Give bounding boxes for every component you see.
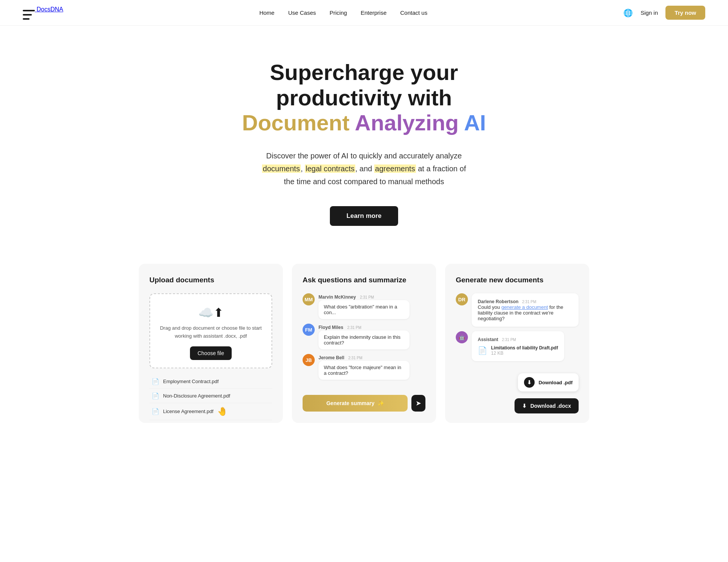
highlight-documents: documents bbox=[262, 164, 301, 173]
doc-pdf-icon: 📄 bbox=[478, 346, 487, 355]
upload-area[interactable]: ☁️⬆ Drag and drop document or choose fil… bbox=[149, 293, 272, 368]
generate-summary-label: Generate summary bbox=[326, 400, 375, 406]
file-name-2: Non-Disclosure Agreement.pdf bbox=[163, 393, 230, 399]
hero-title-ai: AI bbox=[464, 110, 486, 135]
upload-card-title: Upload documents bbox=[149, 276, 272, 284]
avatar-assistant: 🤖 bbox=[456, 331, 468, 343]
download-docx-label: Download .docx bbox=[530, 403, 571, 409]
gen-link[interactable]: generate a document bbox=[501, 304, 548, 310]
hero-subtitle: Discover the power of AI to quickly and … bbox=[231, 149, 497, 188]
sparkle-icon: ✨ bbox=[378, 400, 384, 406]
doc-size: 12 KB bbox=[491, 351, 558, 356]
features-section: Upload documents ☁️⬆ Drag and drop docum… bbox=[0, 249, 728, 453]
hero-title-line1: Supercharge your productivity with bbox=[270, 60, 458, 110]
nav-right: 🌐 Sign in Try now bbox=[623, 6, 705, 20]
highlight-agreements: agreements bbox=[374, 164, 416, 173]
generate-card: Generate new documents DR Darlene Robert… bbox=[445, 264, 589, 423]
file-list: 📄 Employment Contract.pdf 📄 Non-Disclosu… bbox=[149, 374, 272, 420]
nav-link-use-cases[interactable]: Use Cases bbox=[288, 9, 316, 16]
chat-area: MM Marvin McKinney 2:31 PM What does "ar… bbox=[303, 293, 425, 412]
gen-assistant-message: 🤖 Assistant 2:31 PM 📄 Limitations of lia… bbox=[456, 331, 579, 361]
send-icon: ➤ bbox=[416, 399, 421, 407]
highlight-legal-contracts: legal contracts bbox=[305, 164, 355, 173]
nav-links: Home Use Cases Pricing Enterprise Contac… bbox=[259, 9, 427, 16]
download-pdf-floating: ⬇ Download .pdf bbox=[518, 373, 579, 391]
avatar-marvin: MM bbox=[303, 293, 315, 305]
gen-user-name: Darlene Robertson bbox=[478, 299, 518, 304]
trynow-button[interactable]: Try now bbox=[665, 6, 705, 20]
nav-link-contact[interactable]: Contact us bbox=[400, 9, 428, 16]
pdf-icon-2: 📄 bbox=[152, 392, 159, 399]
pdf-icon-3: 📄 bbox=[152, 408, 159, 415]
nav-link-pricing[interactable]: Pricing bbox=[329, 9, 347, 16]
send-button[interactable]: ➤ bbox=[411, 395, 425, 412]
chat-message-1: MM Marvin McKinney 2:31 PM What does "ar… bbox=[303, 293, 425, 319]
doc-attachment: 📄 Limitations of liability Draft.pdf 12 … bbox=[478, 345, 558, 356]
chat-time-marvin: 2:31 PM bbox=[360, 295, 374, 299]
gen-assistant-name: Assistant bbox=[478, 337, 498, 342]
file-name-1: Employment Contract.pdf bbox=[163, 379, 219, 384]
gen-user-time: 2:31 PM bbox=[522, 300, 536, 304]
chat-bubble-marvin: What does "arbitration" mean in a con... bbox=[318, 300, 410, 319]
logo-icon bbox=[23, 10, 35, 20]
pdf-icon-1: 📄 bbox=[152, 378, 159, 385]
chat-message-3: JB Jerome Bell 2:31 PM What does "force … bbox=[303, 354, 425, 380]
chat-time-jerome: 2:31 PM bbox=[348, 356, 362, 360]
signin-button[interactable]: Sign in bbox=[640, 9, 658, 16]
gen-user-msg-before: Could you bbox=[478, 304, 501, 310]
ask-card: Ask questions and summarize MM Marvin Mc… bbox=[292, 264, 436, 423]
logo-text: DocsDNA bbox=[36, 6, 63, 13]
upload-icon: ☁️⬆ bbox=[158, 305, 264, 320]
download-docx-icon: ⬇ bbox=[522, 403, 527, 409]
hero-title-analyzing: Analyzing bbox=[355, 110, 459, 135]
navbar: DocsDNA Home Use Cases Pricing Enterpris… bbox=[0, 0, 728, 26]
chat-time-floyd: 2:31 PM bbox=[347, 326, 361, 330]
download-pdf-label: Download .pdf bbox=[538, 380, 573, 385]
chat-bubble-jerome: What does "force majeure" mean in a cont… bbox=[318, 361, 410, 380]
avatar-jerome: JB bbox=[303, 354, 315, 366]
chat-name-floyd: Floyd Miles bbox=[318, 325, 343, 330]
ask-card-title: Ask questions and summarize bbox=[303, 276, 425, 284]
download-docx-button[interactable]: ⬇ Download .docx bbox=[515, 398, 579, 413]
language-button[interactable]: 🌐 bbox=[623, 8, 633, 17]
chat-name-marvin: Marvin McKinney bbox=[318, 294, 356, 300]
choose-file-button[interactable]: Choose file bbox=[190, 346, 232, 360]
file-name-3: License Agreement.pdf bbox=[163, 409, 213, 414]
hero-title-document: Document bbox=[242, 110, 350, 135]
gen-user-message: DR Darlene Robertson 2:31 PM Could you g… bbox=[456, 293, 579, 327]
generate-summary-button[interactable]: Generate summary ✨ bbox=[303, 395, 408, 412]
download-pdf-icon: ⬇ bbox=[524, 377, 535, 388]
learn-more-button[interactable]: Learn more bbox=[330, 206, 399, 226]
cursor-icon: 🤚 bbox=[217, 407, 228, 416]
avatar-floyd: FM bbox=[303, 324, 315, 336]
nav-link-enterprise[interactable]: Enterprise bbox=[361, 9, 386, 16]
file-item-1: 📄 Employment Contract.pdf bbox=[149, 374, 272, 389]
hero-section: Supercharge your productivity with Docum… bbox=[0, 26, 728, 249]
gen-downloads: ⬇ Download .pdf ⬇ Download .docx bbox=[456, 370, 579, 413]
generate-area: DR Darlene Robertson 2:31 PM Could you g… bbox=[456, 293, 579, 413]
file-item-3: 📄 License Agreement.pdf 🤚 bbox=[149, 403, 272, 420]
avatar-darlene: DR bbox=[456, 293, 468, 305]
upload-instruction: Drag and drop document or choose file to… bbox=[158, 324, 264, 340]
generate-card-title: Generate new documents bbox=[456, 276, 579, 284]
logo[interactable]: DocsDNA bbox=[23, 6, 63, 20]
file-item-2: 📄 Non-Disclosure Agreement.pdf bbox=[149, 389, 272, 403]
nav-link-home[interactable]: Home bbox=[259, 9, 275, 16]
chat-message-2: FM Floyd Miles 2:31 PM Explain the indem… bbox=[303, 324, 425, 349]
gen-assistant-time: 2:31 PM bbox=[502, 338, 516, 342]
chat-name-jerome: Jerome Bell bbox=[318, 355, 344, 360]
chat-bubble-floyd: Explain the indemnity clause in this con… bbox=[318, 330, 410, 349]
chat-bottom-row: Generate summary ✨ ➤ bbox=[303, 389, 425, 412]
doc-name: Limitations of liability Draft.pdf bbox=[491, 345, 558, 351]
upload-card: Upload documents ☁️⬆ Drag and drop docum… bbox=[139, 264, 283, 423]
